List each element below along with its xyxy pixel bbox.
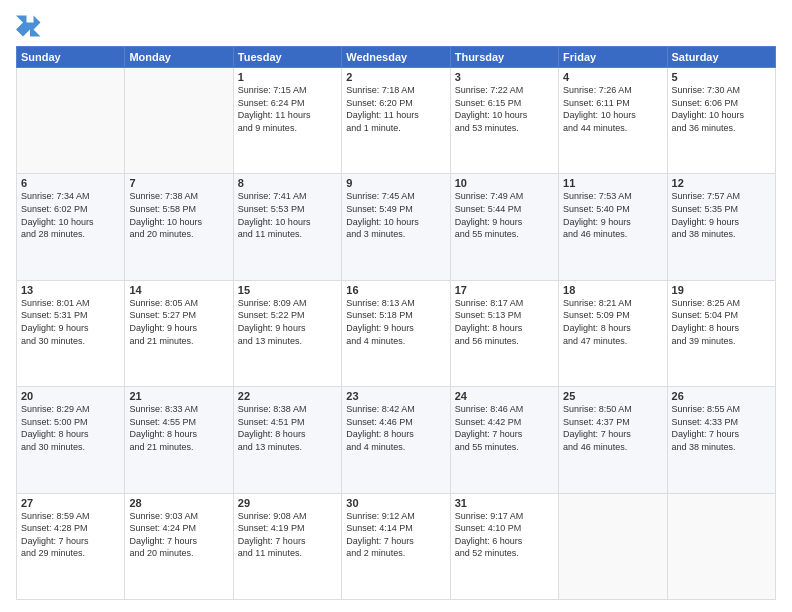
calendar-cell: 25Sunrise: 8:50 AM Sunset: 4:37 PM Dayli… xyxy=(559,387,667,493)
day-info: Sunrise: 9:17 AM Sunset: 4:10 PM Dayligh… xyxy=(455,510,554,560)
day-number: 2 xyxy=(346,71,445,83)
calendar-cell: 1Sunrise: 7:15 AM Sunset: 6:24 PM Daylig… xyxy=(233,68,341,174)
day-info: Sunrise: 8:01 AM Sunset: 5:31 PM Dayligh… xyxy=(21,297,120,347)
day-info: Sunrise: 9:03 AM Sunset: 4:24 PM Dayligh… xyxy=(129,510,228,560)
day-number: 11 xyxy=(563,177,662,189)
day-info: Sunrise: 8:42 AM Sunset: 4:46 PM Dayligh… xyxy=(346,403,445,453)
day-number: 1 xyxy=(238,71,337,83)
day-info: Sunrise: 9:12 AM Sunset: 4:14 PM Dayligh… xyxy=(346,510,445,560)
calendar-cell: 15Sunrise: 8:09 AM Sunset: 5:22 PM Dayli… xyxy=(233,280,341,386)
day-info: Sunrise: 7:30 AM Sunset: 6:06 PM Dayligh… xyxy=(672,84,771,134)
day-info: Sunrise: 9:08 AM Sunset: 4:19 PM Dayligh… xyxy=(238,510,337,560)
day-info: Sunrise: 7:57 AM Sunset: 5:35 PM Dayligh… xyxy=(672,190,771,240)
day-info: Sunrise: 7:53 AM Sunset: 5:40 PM Dayligh… xyxy=(563,190,662,240)
week-row-1: 6Sunrise: 7:34 AM Sunset: 6:02 PM Daylig… xyxy=(17,174,776,280)
day-info: Sunrise: 8:29 AM Sunset: 5:00 PM Dayligh… xyxy=(21,403,120,453)
day-number: 9 xyxy=(346,177,445,189)
day-info: Sunrise: 7:18 AM Sunset: 6:20 PM Dayligh… xyxy=(346,84,445,134)
day-info: Sunrise: 8:33 AM Sunset: 4:55 PM Dayligh… xyxy=(129,403,228,453)
day-number: 8 xyxy=(238,177,337,189)
calendar-cell: 16Sunrise: 8:13 AM Sunset: 5:18 PM Dayli… xyxy=(342,280,450,386)
weekday-header-friday: Friday xyxy=(559,47,667,68)
calendar-cell: 18Sunrise: 8:21 AM Sunset: 5:09 PM Dayli… xyxy=(559,280,667,386)
week-row-2: 13Sunrise: 8:01 AM Sunset: 5:31 PM Dayli… xyxy=(17,280,776,386)
calendar-cell xyxy=(667,493,775,599)
calendar-cell: 11Sunrise: 7:53 AM Sunset: 5:40 PM Dayli… xyxy=(559,174,667,280)
day-info: Sunrise: 7:34 AM Sunset: 6:02 PM Dayligh… xyxy=(21,190,120,240)
calendar-cell: 20Sunrise: 8:29 AM Sunset: 5:00 PM Dayli… xyxy=(17,387,125,493)
day-info: Sunrise: 7:41 AM Sunset: 5:53 PM Dayligh… xyxy=(238,190,337,240)
day-info: Sunrise: 8:17 AM Sunset: 5:13 PM Dayligh… xyxy=(455,297,554,347)
header xyxy=(16,12,776,40)
logo-icon xyxy=(16,12,44,40)
calendar-cell: 17Sunrise: 8:17 AM Sunset: 5:13 PM Dayli… xyxy=(450,280,558,386)
day-number: 17 xyxy=(455,284,554,296)
calendar-cell: 12Sunrise: 7:57 AM Sunset: 5:35 PM Dayli… xyxy=(667,174,775,280)
day-number: 10 xyxy=(455,177,554,189)
weekday-header-wednesday: Wednesday xyxy=(342,47,450,68)
calendar-cell: 3Sunrise: 7:22 AM Sunset: 6:15 PM Daylig… xyxy=(450,68,558,174)
day-info: Sunrise: 8:13 AM Sunset: 5:18 PM Dayligh… xyxy=(346,297,445,347)
day-info: Sunrise: 8:25 AM Sunset: 5:04 PM Dayligh… xyxy=(672,297,771,347)
weekday-header-tuesday: Tuesday xyxy=(233,47,341,68)
page: SundayMondayTuesdayWednesdayThursdayFrid… xyxy=(0,0,792,612)
calendar-cell: 10Sunrise: 7:49 AM Sunset: 5:44 PM Dayli… xyxy=(450,174,558,280)
day-info: Sunrise: 7:15 AM Sunset: 6:24 PM Dayligh… xyxy=(238,84,337,134)
calendar-cell: 5Sunrise: 7:30 AM Sunset: 6:06 PM Daylig… xyxy=(667,68,775,174)
logo xyxy=(16,12,48,40)
day-number: 26 xyxy=(672,390,771,402)
day-number: 29 xyxy=(238,497,337,509)
calendar-cell: 21Sunrise: 8:33 AM Sunset: 4:55 PM Dayli… xyxy=(125,387,233,493)
day-number: 23 xyxy=(346,390,445,402)
calendar-cell xyxy=(559,493,667,599)
day-number: 24 xyxy=(455,390,554,402)
day-info: Sunrise: 7:45 AM Sunset: 5:49 PM Dayligh… xyxy=(346,190,445,240)
day-number: 15 xyxy=(238,284,337,296)
calendar-cell: 2Sunrise: 7:18 AM Sunset: 6:20 PM Daylig… xyxy=(342,68,450,174)
day-info: Sunrise: 7:26 AM Sunset: 6:11 PM Dayligh… xyxy=(563,84,662,134)
day-info: Sunrise: 7:38 AM Sunset: 5:58 PM Dayligh… xyxy=(129,190,228,240)
weekday-header-row: SundayMondayTuesdayWednesdayThursdayFrid… xyxy=(17,47,776,68)
calendar-table: SundayMondayTuesdayWednesdayThursdayFrid… xyxy=(16,46,776,600)
day-number: 12 xyxy=(672,177,771,189)
day-info: Sunrise: 8:09 AM Sunset: 5:22 PM Dayligh… xyxy=(238,297,337,347)
day-number: 27 xyxy=(21,497,120,509)
day-number: 20 xyxy=(21,390,120,402)
day-number: 5 xyxy=(672,71,771,83)
calendar-cell: 23Sunrise: 8:42 AM Sunset: 4:46 PM Dayli… xyxy=(342,387,450,493)
calendar-cell xyxy=(125,68,233,174)
week-row-0: 1Sunrise: 7:15 AM Sunset: 6:24 PM Daylig… xyxy=(17,68,776,174)
calendar-cell: 13Sunrise: 8:01 AM Sunset: 5:31 PM Dayli… xyxy=(17,280,125,386)
day-info: Sunrise: 7:49 AM Sunset: 5:44 PM Dayligh… xyxy=(455,190,554,240)
day-number: 16 xyxy=(346,284,445,296)
day-info: Sunrise: 8:55 AM Sunset: 4:33 PM Dayligh… xyxy=(672,403,771,453)
day-number: 14 xyxy=(129,284,228,296)
day-info: Sunrise: 8:59 AM Sunset: 4:28 PM Dayligh… xyxy=(21,510,120,560)
day-number: 30 xyxy=(346,497,445,509)
day-number: 25 xyxy=(563,390,662,402)
day-info: Sunrise: 8:05 AM Sunset: 5:27 PM Dayligh… xyxy=(129,297,228,347)
day-info: Sunrise: 8:38 AM Sunset: 4:51 PM Dayligh… xyxy=(238,403,337,453)
day-number: 28 xyxy=(129,497,228,509)
calendar-cell: 26Sunrise: 8:55 AM Sunset: 4:33 PM Dayli… xyxy=(667,387,775,493)
calendar-cell: 30Sunrise: 9:12 AM Sunset: 4:14 PM Dayli… xyxy=(342,493,450,599)
calendar-cell: 27Sunrise: 8:59 AM Sunset: 4:28 PM Dayli… xyxy=(17,493,125,599)
calendar-cell: 9Sunrise: 7:45 AM Sunset: 5:49 PM Daylig… xyxy=(342,174,450,280)
day-number: 21 xyxy=(129,390,228,402)
day-info: Sunrise: 8:46 AM Sunset: 4:42 PM Dayligh… xyxy=(455,403,554,453)
calendar-cell xyxy=(17,68,125,174)
calendar-cell: 24Sunrise: 8:46 AM Sunset: 4:42 PM Dayli… xyxy=(450,387,558,493)
week-row-4: 27Sunrise: 8:59 AM Sunset: 4:28 PM Dayli… xyxy=(17,493,776,599)
calendar-cell: 22Sunrise: 8:38 AM Sunset: 4:51 PM Dayli… xyxy=(233,387,341,493)
day-info: Sunrise: 7:22 AM Sunset: 6:15 PM Dayligh… xyxy=(455,84,554,134)
day-info: Sunrise: 8:21 AM Sunset: 5:09 PM Dayligh… xyxy=(563,297,662,347)
weekday-header-sunday: Sunday xyxy=(17,47,125,68)
day-number: 6 xyxy=(21,177,120,189)
day-number: 7 xyxy=(129,177,228,189)
day-number: 22 xyxy=(238,390,337,402)
week-row-3: 20Sunrise: 8:29 AM Sunset: 5:00 PM Dayli… xyxy=(17,387,776,493)
calendar-cell: 7Sunrise: 7:38 AM Sunset: 5:58 PM Daylig… xyxy=(125,174,233,280)
calendar-cell: 8Sunrise: 7:41 AM Sunset: 5:53 PM Daylig… xyxy=(233,174,341,280)
calendar-cell: 19Sunrise: 8:25 AM Sunset: 5:04 PM Dayli… xyxy=(667,280,775,386)
calendar-cell: 14Sunrise: 8:05 AM Sunset: 5:27 PM Dayli… xyxy=(125,280,233,386)
